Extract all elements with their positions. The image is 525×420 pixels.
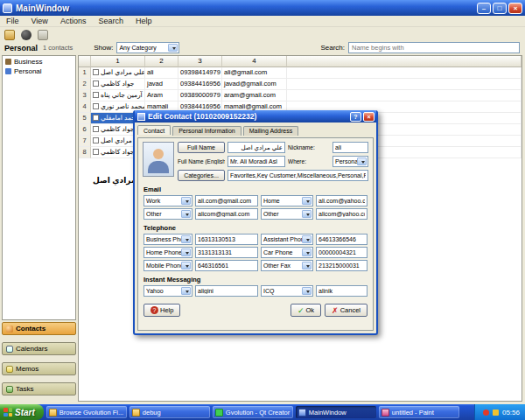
menu-view[interactable]: View — [25, 16, 54, 26]
nav-tasks-button[interactable]: Tasks — [2, 382, 76, 396]
im-input[interactable] — [316, 285, 368, 297]
close-button[interactable] — [508, 3, 522, 14]
menu-search[interactable]: Search — [92, 16, 130, 26]
phone-input[interactable] — [316, 234, 368, 245]
cell-nickname[interactable]: ali — [145, 67, 178, 79]
row-checkbox[interactable] — [93, 137, 99, 144]
phone-type-select[interactable]: Mobile Phone — [144, 260, 192, 271]
cell-email[interactable]: ali@gmail.com — [222, 67, 287, 79]
menu-help[interactable]: Help — [130, 16, 158, 26]
cell-nickname[interactable]: javad — [145, 79, 178, 90]
column-header[interactable]: 2 — [145, 56, 178, 67]
nav-memos-button[interactable]: Memos — [2, 362, 76, 375]
email-input[interactable] — [316, 208, 368, 220]
phone-type-select[interactable]: Home Phone — [144, 247, 192, 258]
cell-name[interactable]: علي مرادي اصل — [91, 67, 145, 79]
task-label: MainWindow — [309, 409, 346, 416]
minimize-button[interactable] — [477, 3, 491, 14]
cell-email[interactable]: aram@gmail.com — [222, 90, 287, 102]
full-name-english-input[interactable] — [228, 156, 285, 167]
help-button[interactable]: Help — [144, 304, 180, 317]
email-input[interactable] — [195, 195, 258, 206]
cell-email[interactable]: javad@gmail.com — [222, 79, 287, 90]
taskbar-item-qt-creator[interactable]: Gvolution - Qt Creator — [213, 406, 293, 418]
row-checkbox[interactable] — [93, 126, 99, 132]
nav-contacts-button[interactable]: Contacts — [2, 322, 76, 335]
phone-input[interactable] — [195, 234, 258, 245]
dialog-close-button[interactable] — [363, 112, 374, 122]
im-input[interactable] — [195, 285, 258, 297]
cell-phone[interactable]: 09389000979 — [178, 90, 222, 102]
phone-type-select[interactable]: Assistant Phone — [261, 234, 313, 245]
tree-item-personal[interactable]: Personal — [3, 66, 75, 76]
tab-mailing-address[interactable]: Mailing Address — [243, 126, 298, 136]
email-type-select[interactable]: Other — [144, 208, 192, 220]
row-checkbox[interactable] — [93, 69, 99, 75]
start-button[interactable]: Start — [0, 404, 44, 420]
column-header[interactable]: 1 — [91, 56, 145, 67]
taskbar-item-debug[interactable]: debug — [130, 406, 210, 418]
nav-calendars-button[interactable]: Calendars — [2, 342, 76, 355]
categories-button[interactable]: Categories... — [178, 170, 225, 181]
phone-input[interactable] — [316, 260, 368, 271]
menu-file[interactable]: File — [0, 16, 25, 26]
window-titlebar[interactable]: MainWindow — [0, 0, 525, 16]
row-checkbox[interactable] — [93, 92, 99, 98]
tray-language-icon[interactable] — [493, 410, 499, 416]
phone-type-select[interactable]: Business Phone — [144, 234, 192, 245]
cancel-button[interactable]: Cancel — [325, 304, 368, 317]
dialog-titlebar[interactable]: Edit Contact (10102009152232) — [135, 110, 376, 122]
cell-nickname[interactable]: Aram — [145, 90, 178, 102]
phone-input[interactable] — [316, 247, 368, 258]
new-contact-icon[interactable] — [4, 30, 15, 40]
row-checkbox[interactable] — [93, 103, 99, 109]
cell-phone[interactable]: 09398414979 — [178, 67, 222, 79]
cell-name[interactable]: آرمين جاني پناه — [91, 90, 145, 102]
table-row[interactable]: 3 آرمين جاني پناه Aram 09389000979 aram@… — [79, 90, 522, 102]
table-row[interactable]: 1 علي مرادي اصل ali 09398414979 ali@gmai… — [79, 67, 522, 79]
maximize-button[interactable] — [493, 3, 507, 14]
email-type-select[interactable]: Home — [261, 195, 313, 206]
row-checkbox[interactable] — [93, 115, 99, 121]
full-name-button[interactable]: Full Name — [178, 142, 225, 153]
categories-input[interactable] — [228, 170, 368, 181]
email-type-select[interactable]: Other — [261, 208, 313, 220]
taskbar-item-mainwindow[interactable]: MainWindow — [296, 406, 376, 418]
column-header[interactable]: 4 — [222, 56, 287, 67]
column-header[interactable]: 3 — [178, 56, 222, 67]
menu-actions[interactable]: Actions — [54, 16, 93, 26]
row-checkbox[interactable] — [93, 149, 99, 155]
tab-contact[interactable]: Contact — [137, 125, 171, 135]
im-type-select[interactable]: Yahoo — [144, 285, 192, 297]
phone-type-select[interactable]: Car Phone — [261, 247, 313, 258]
phone-type-select[interactable]: Other Fax — [261, 260, 313, 271]
search-input[interactable] — [348, 42, 520, 53]
cell-name[interactable]: جواد كاظمي — [91, 79, 145, 90]
dialog-help-button[interactable] — [350, 112, 361, 122]
table-row[interactable]: 2 جواد كاظمي javad 09384416956 javad@gma… — [79, 79, 522, 90]
column-header[interactable] — [287, 56, 522, 67]
nickname-input[interactable] — [332, 142, 368, 153]
phone-input[interactable] — [195, 260, 258, 271]
address-book-icon[interactable] — [21, 30, 32, 40]
email-input[interactable] — [195, 208, 258, 220]
im-type-select[interactable]: ICQ — [261, 285, 313, 297]
phone-input[interactable] — [195, 247, 258, 258]
email-type-select[interactable]: Work — [144, 195, 192, 206]
contact-photo[interactable] — [143, 142, 174, 177]
print-icon[interactable] — [38, 30, 48, 40]
taskbar-item-browse[interactable]: Browse Gvolution Fi... — [46, 406, 127, 418]
ok-button[interactable]: Ok — [290, 304, 321, 317]
email-input[interactable] — [316, 195, 368, 206]
taskbar-item-paint[interactable]: untitled - Paint — [379, 406, 459, 418]
tree-item-business[interactable]: Business — [3, 57, 75, 66]
row-checkbox[interactable] — [93, 80, 99, 87]
tab-personal-information[interactable]: Personal Information — [172, 126, 242, 136]
category-select[interactable]: Any Category — [116, 42, 179, 53]
where-select[interactable]: Personal — [332, 156, 368, 167]
full-name-input[interactable] — [228, 142, 285, 153]
tray-status-icon[interactable] — [483, 410, 489, 416]
clock[interactable]: 05:56 — [502, 409, 520, 416]
column-header[interactable] — [79, 56, 91, 67]
cell-phone[interactable]: 09384416956 — [178, 79, 222, 90]
